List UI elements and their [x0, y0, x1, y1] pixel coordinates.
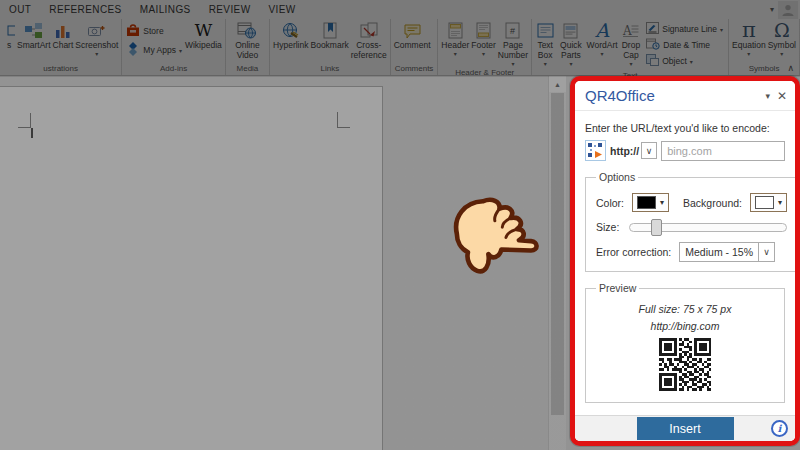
dropdown-arrow-icon: ▾ [179, 47, 182, 54]
svg-text:#: # [510, 26, 515, 36]
dropdown-arrow-icon: ▾ [690, 58, 693, 65]
smartart-icon [25, 21, 43, 40]
url-input[interactable] [661, 141, 785, 161]
ribbon-item-chart[interactable]: Chart [52, 20, 75, 63]
protocol-select[interactable]: http:// ∨ [610, 142, 657, 159]
scrollbar-thumb[interactable] [551, 93, 564, 415]
ribbon-group-label: Comments [393, 63, 436, 75]
ribbon-item-online-video[interactable]: Online Video [228, 20, 267, 63]
dropdown-arrow-icon: ▾ [780, 51, 783, 58]
size-slider-handle[interactable] [651, 219, 662, 236]
error-correction-dropdown-icon[interactable]: ∨ [758, 243, 774, 261]
dropdown-arrow-icon: ▾ [454, 51, 457, 58]
ribbon-item-footer[interactable]: Footer▾ [470, 20, 497, 67]
margin-mark-left-v [30, 113, 31, 128]
tab-references[interactable]: REFERENCES [40, 4, 130, 15]
dropdown-arrow-icon: ▾ [544, 61, 547, 68]
ribbon-item-hyperlink[interactable]: Hyperlink [272, 20, 309, 63]
qr-generate-button[interactable] [585, 140, 606, 161]
ribbon-item-smartart[interactable]: SmartArt [16, 20, 52, 63]
symbol-icon: Ω [774, 21, 790, 40]
protocol-dropdown-icon[interactable]: ∨ [641, 142, 657, 159]
ribbon-item-label: Page Number [498, 41, 528, 61]
ribbon-item-label: Cross-reference [351, 41, 387, 61]
shapes-icon [3, 21, 15, 40]
preview-group: Preview Full size: 75 x 75 px http://bin… [585, 282, 785, 403]
ribbon-group-label: ustrations [2, 63, 119, 75]
error-correction-value: Medium - 15% [680, 246, 758, 258]
ribbon-item-page-number[interactable]: #Page Number▾ [497, 20, 529, 67]
ribbon-group-add-ins: StoreMy Apps▾WWikipediaAdd-ins [122, 19, 225, 75]
ribbon-item-label: Footer [471, 41, 496, 51]
ribbon-item-symbol[interactable]: ΩSymbol▾ [767, 20, 797, 63]
tab-mailings[interactable]: MAILINGS [131, 4, 200, 15]
ribbon-item-header[interactable]: Header▾ [440, 20, 470, 67]
tab-review[interactable]: REVIEW [200, 4, 260, 15]
ribbon-item-drop-cap[interactable]: ADrop Cap▾ [619, 20, 644, 70]
ribbon-item-screenshot[interactable]: Screenshot▾ [74, 20, 119, 63]
ribbon-item-quick-parts[interactable]: Quick Parts▾ [556, 20, 585, 70]
object-icon [646, 54, 659, 68]
wordart-icon: A [595, 21, 609, 40]
size-label: Size: [596, 221, 619, 233]
ribbon-item-label: Date & Time [663, 40, 710, 50]
screenshot-icon [88, 21, 106, 40]
dropdown-arrow-icon: ▾ [601, 51, 604, 58]
ribbon-group-label: Media [228, 63, 267, 75]
bookmark-icon [323, 21, 337, 40]
ribbon-group-comments: CommentComments [391, 19, 439, 75]
ribbon-item-s[interactable]: s [2, 20, 16, 63]
document-page[interactable] [0, 86, 383, 450]
ribbon-item-my-apps[interactable]: My Apps▾ [126, 42, 182, 58]
ribbon-groups: sSmartArtChartScreenshot▾ustrationsStore… [0, 19, 800, 75]
ribbon-item-cross-reference[interactable]: Cross-reference [350, 20, 388, 63]
ribbon-item-wikipedia[interactable]: WWikipedia [184, 20, 223, 63]
chevron-down-icon[interactable]: ▾ [770, 5, 774, 14]
ribbon-item-label: Chart [53, 41, 74, 51]
ribbon-item-comment[interactable]: Comment [393, 20, 432, 63]
ribbon-group-label: Links [272, 63, 388, 75]
tab-out[interactable]: OUT [0, 4, 40, 15]
ribbon-item-label: Symbol [768, 41, 796, 51]
color-swatch [637, 196, 656, 209]
equation-icon: π [742, 21, 756, 40]
ribbon-item-object[interactable]: Object▾ [646, 54, 723, 68]
text-cursor [31, 128, 33, 138]
info-icon[interactable]: i [771, 420, 788, 437]
ribbon-item-label: Screenshot [75, 41, 118, 51]
ribbon-item-date-time[interactable]: Date & Time [646, 38, 723, 52]
ribbon-item-text-box[interactable]: Text Box▾ [534, 20, 556, 70]
myapps-icon [126, 42, 140, 58]
margin-mark-right [337, 127, 350, 128]
ribbon-item-label: s [7, 41, 11, 51]
ribbon-item-label: Signature Line [662, 24, 717, 34]
dropdown-arrow-icon: ▾ [482, 51, 485, 58]
ribbon-item-wordart[interactable]: AWordArt▾ [586, 20, 619, 70]
tab-view[interactable]: VIEW [260, 4, 305, 15]
wikipedia-icon: W [195, 21, 212, 40]
ribbon-item-bookmark[interactable]: Bookmark [310, 20, 350, 63]
panel-menu-caret-icon[interactable]: ▾ [765, 91, 770, 101]
ribbon-item-equation[interactable]: πEquation▾ [731, 20, 767, 63]
insert-button[interactable]: Insert [637, 417, 734, 440]
protocol-value: http:// [610, 145, 639, 157]
scroll-up-icon[interactable]: ▲ [549, 76, 566, 92]
size-slider[interactable] [629, 223, 787, 232]
panel-close-icon[interactable]: ✕ [777, 89, 787, 103]
ribbon-item-store[interactable]: Store [126, 23, 182, 39]
page-number-icon: # [505, 21, 520, 40]
person-icon [781, 3, 795, 17]
background-picker-button[interactable]: ▾ [750, 193, 787, 212]
ribbon-item-label: Bookmark [311, 41, 349, 51]
ribbon-item-signature-line[interactable]: Signature Line▾ [646, 22, 723, 36]
color-picker-button[interactable]: ▾ [632, 193, 669, 212]
ribbon-item-label: My Apps [143, 45, 176, 55]
date-time-icon [646, 38, 660, 52]
ribbon-item-label: WordArt [587, 41, 618, 51]
error-correction-select[interactable]: Medium - 15% ∨ [679, 242, 775, 262]
collapse-ribbon-icon[interactable]: ∧ [787, 63, 794, 73]
pointing-hand-cursor [442, 192, 544, 282]
vertical-scrollbar[interactable]: ▲ [548, 76, 566, 450]
ribbon-tabs: OUTREFERENCESMAILINGSREVIEWVIEW ▾ [0, 0, 800, 19]
avatar[interactable] [778, 1, 798, 19]
